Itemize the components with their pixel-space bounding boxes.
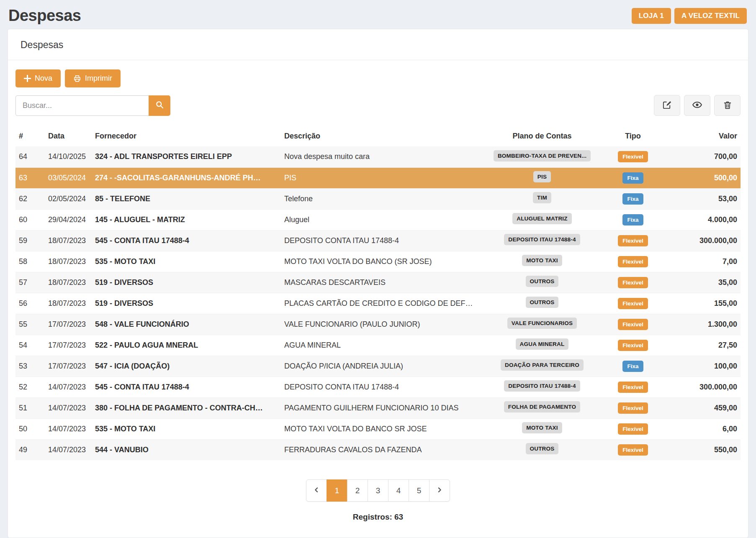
- cell-fornecedor: 535 - MOTO TAXI: [92, 251, 281, 272]
- cell-valor: 155,00: [663, 293, 741, 314]
- despesas-table: # Data Fornecedor Descrição Plano de Con…: [15, 127, 741, 460]
- pagination-page-5[interactable]: 5: [409, 479, 429, 502]
- tipo-badge: Flexível: [618, 298, 648, 309]
- table-row[interactable]: 5114/07/2023380 - FOLHA DE PAGAMENTO - C…: [15, 397, 741, 418]
- cell-id: 53: [15, 356, 45, 377]
- cell-id: 55: [15, 314, 45, 335]
- table-row[interactable]: 5417/07/2023522 - PAULO AGUA MNERALAGUA …: [15, 335, 741, 356]
- tipo-badge: Fixa: [622, 193, 643, 205]
- table-row[interactable]: 5317/07/2023547 - ICIA (DOAÇÃO)DOAÇÃO P/…: [15, 356, 741, 377]
- table-row[interactable]: 6202/05/202485 - TELEFONETelefoneTIMFixa…: [15, 188, 741, 209]
- table-header: # Data Fornecedor Descrição Plano de Con…: [15, 127, 741, 146]
- pagination-page-2[interactable]: 2: [347, 479, 368, 502]
- plano-de-contas-badge: OUTROS: [526, 297, 559, 308]
- cell-valor: 53,00: [663, 188, 741, 209]
- loja-button[interactable]: LOJA 1: [632, 8, 671, 24]
- cell-plano: DEPOSITO ITAU 17488-4: [481, 377, 603, 397]
- cell-data: 17/07/2023: [45, 356, 92, 377]
- cell-fornecedor: 274 - -SACOLITAS-GARANHUNS-ANDRÉ PH…: [92, 167, 281, 188]
- empresa-button[interactable]: A VELOZ TEXTIL: [674, 8, 747, 24]
- cell-data: 18/07/2023: [45, 272, 92, 293]
- topbar: Despesas LOJA 1 A VELOZ TEXTIL: [0, 0, 756, 29]
- imprimir-button[interactable]: Imprimir: [65, 69, 121, 87]
- cell-plano: MOTO TAXI: [481, 251, 603, 272]
- pagination-page-4[interactable]: 4: [388, 479, 409, 502]
- cell-descricao: Telefone: [281, 188, 481, 209]
- cell-fornecedor: 535 - MOTO TAXI: [92, 418, 281, 439]
- cell-tipo: Flexível: [603, 418, 663, 439]
- table-row[interactable]: 4914/07/2023544 - VANUBIOFERRADURAS CAVA…: [15, 439, 741, 460]
- page-title: Despesas: [8, 7, 81, 25]
- pagination-prev-button[interactable]: [306, 479, 327, 502]
- tipo-badge: Flexível: [618, 151, 648, 162]
- pagination-next-button[interactable]: [429, 479, 450, 502]
- table-row[interactable]: 6414/10/2025324 - ADL TRANSPORTES EIRELI…: [15, 146, 741, 167]
- cell-plano: TIM: [481, 188, 603, 209]
- cell-tipo: Flexível: [603, 146, 663, 167]
- cell-fornecedor: 519 - DIVERSOS: [92, 272, 281, 293]
- table-row[interactable]: 6303/05/2024274 - -SACOLITAS-GARANHUNS-A…: [15, 167, 741, 188]
- cell-descricao: Aluguel: [281, 209, 481, 230]
- cell-valor: 550,00: [663, 439, 741, 460]
- cell-id: 51: [15, 397, 45, 418]
- cell-id: 59: [15, 230, 45, 251]
- table-row[interactable]: 5818/07/2023535 - MOTO TAXIMOTO TAXI VOL…: [15, 251, 741, 272]
- col-header-id: #: [15, 127, 45, 146]
- cell-tipo: Flexível: [603, 314, 663, 335]
- cell-data: 17/07/2023: [45, 314, 92, 335]
- table-row[interactable]: 5718/07/2023519 - DIVERSOSMASCARAS DESCA…: [15, 272, 741, 293]
- table-row[interactable]: 5517/07/2023548 - VALE FUNCIONÁRIOVALE F…: [15, 314, 741, 335]
- cell-id: 60: [15, 209, 45, 230]
- cell-data: 14/07/2023: [45, 397, 92, 418]
- table-row[interactable]: 6029/04/2024145 - ALUGUEL - MATRIZAlugue…: [15, 209, 741, 230]
- cell-data: 03/05/2024: [45, 167, 92, 188]
- pagination-page-1[interactable]: 1: [327, 479, 347, 502]
- cell-fornecedor: 85 - TELEFONE: [92, 188, 281, 209]
- tipo-badge: Fixa: [622, 214, 643, 225]
- table-row[interactable]: 5618/07/2023519 - DIVERSOSPLACAS CARTÃO …: [15, 293, 741, 314]
- cell-plano: PIS: [481, 167, 603, 188]
- cell-id: 62: [15, 188, 45, 209]
- cell-valor: 6,00: [663, 418, 741, 439]
- plano-de-contas-badge: DEPOSITO ITAU 17488-4: [504, 234, 580, 245]
- cell-plano: OUTROS: [481, 272, 603, 293]
- cell-id: 64: [15, 146, 45, 167]
- table-row[interactable]: 5214/07/2023545 - CONTA ITAU 17488-4DEPO…: [15, 377, 741, 397]
- table-row[interactable]: 5918/07/2023545 - CONTA ITAU 17488-4DEPO…: [15, 230, 741, 251]
- cell-fornecedor: 547 - ICIA (DOAÇÃO): [92, 356, 281, 377]
- cell-plano: MOTO TAXI: [481, 418, 603, 439]
- cell-fornecedor: 324 - ADL TRANSPORTES EIRELI EPP: [92, 146, 281, 167]
- cell-tipo: Fixa: [603, 209, 663, 230]
- table-row[interactable]: 5014/07/2023535 - MOTO TAXIMOTO TAXI VOL…: [15, 418, 741, 439]
- nova-button[interactable]: Nova: [15, 69, 61, 87]
- tipo-badge: Fixa: [622, 361, 643, 372]
- cell-id: 58: [15, 251, 45, 272]
- delete-button[interactable]: [714, 95, 741, 116]
- chevron-right-icon: [436, 486, 443, 495]
- cell-plano: DOAÇÃO PARA TERCEIRO: [481, 356, 603, 377]
- edit-icon: [662, 100, 672, 111]
- col-header-descricao: Descrição: [281, 127, 481, 146]
- plano-de-contas-badge: VALE FUNCIONARIOS: [507, 318, 577, 329]
- tipo-badge: Flexível: [618, 382, 648, 393]
- cell-tipo: Flexível: [603, 335, 663, 356]
- view-button[interactable]: [684, 95, 710, 116]
- tipo-badge: Flexível: [618, 402, 648, 414]
- cell-descricao: DOAÇÃO P/ICIA (ANDREIA JULIA): [281, 356, 481, 377]
- cell-tipo: Flexível: [603, 251, 663, 272]
- cell-data: 29/04/2024: [45, 209, 92, 230]
- plus-icon: [24, 75, 31, 82]
- cell-descricao: PIS: [281, 167, 481, 188]
- cell-id: 52: [15, 377, 45, 397]
- edit-button[interactable]: [654, 95, 680, 116]
- imprimir-button-label: Imprimir: [85, 74, 112, 83]
- cell-plano: VALE FUNCIONARIOS: [481, 314, 603, 335]
- col-header-tipo: Tipo: [603, 127, 663, 146]
- table-body: 6414/10/2025324 - ADL TRANSPORTES EIRELI…: [15, 146, 741, 460]
- pagination-page-3[interactable]: 3: [368, 479, 388, 502]
- search-input[interactable]: [15, 95, 149, 116]
- cell-id: 54: [15, 335, 45, 356]
- search-button[interactable]: [149, 95, 170, 116]
- cell-plano: OUTROS: [481, 439, 603, 460]
- plano-de-contas-badge: ALUGUEL MATRIZ: [512, 213, 572, 224]
